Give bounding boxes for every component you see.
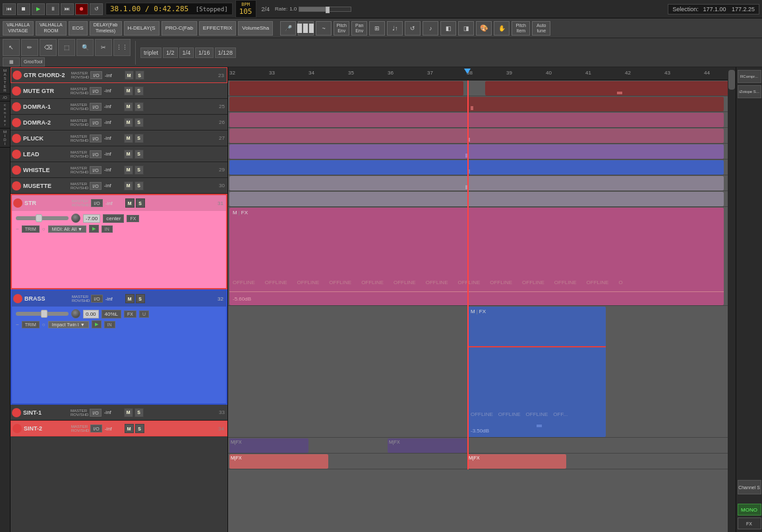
izotope-btn[interactable]: iZotope S... [738, 85, 761, 98]
clip-domra1[interactable] [229, 113, 724, 127]
cursor-tool[interactable]: ↖ [3, 39, 20, 56]
palette-icon[interactable]: 🎨 [476, 21, 492, 36]
select-tool[interactable]: ⬚ [58, 39, 75, 56]
arrange-domra1[interactable] [228, 112, 736, 128]
clip-musette[interactable] [229, 192, 724, 206]
meter-bars-icon[interactable]: ▊▊▊ [298, 21, 314, 36]
str-trim-btn[interactable]: TRIM [22, 225, 40, 233]
curve-icon[interactable]: ~ [316, 21, 332, 36]
str-fader[interactable] [16, 216, 69, 220]
track-io-musette[interactable]: I/O [90, 182, 101, 190]
forward-button[interactable]: ⏭ [61, 3, 74, 15]
groovetool-btn[interactable]: GrooTool [21, 57, 45, 67]
clip-whistle[interactable] [229, 176, 724, 191]
clip-lead[interactable] [229, 160, 724, 175]
track-io-sint2[interactable]: I/O [90, 425, 102, 432]
mute-btn-str[interactable]: M [125, 198, 134, 208]
solo-btn-lead[interactable]: S [134, 150, 144, 159]
plugin-effectrix[interactable]: EFFECTRIX [199, 21, 236, 36]
mute-btn-gtr-chord2[interactable]: M [125, 71, 134, 80]
mute-btn-domra2[interactable]: M [124, 118, 133, 127]
loop-icon[interactable]: ↺ [405, 21, 421, 36]
str-knob[interactable] [71, 214, 80, 223]
quantize-triplet[interactable]: triplet [140, 47, 161, 58]
arrange-vscrollbar[interactable] [728, 67, 736, 532]
mute-btn-brass[interactable]: M [125, 294, 134, 303]
track-io-domra2[interactable]: I/O [90, 119, 101, 127]
solo-btn-pluck[interactable]: S [134, 134, 144, 143]
solo-btn-sint2[interactable]: S [135, 424, 144, 433]
arrange-gtr-chord2[interactable] [228, 80, 736, 96]
track-io-brass[interactable]: I/O [91, 295, 102, 303]
mono-btn[interactable]: MONO [738, 504, 761, 516]
clip-pluck[interactable] [229, 144, 724, 159]
track-io-sint1[interactable]: I/O [90, 409, 101, 417]
brass-midi-btn[interactable]: Impact Twin I ▼ [48, 321, 89, 328]
mute-btn-sint1[interactable]: M [124, 408, 133, 417]
mute-btn-pluck[interactable]: M [124, 134, 133, 143]
quantize-quarter[interactable]: 1/4 [179, 47, 194, 58]
plugin-proc[interactable]: PRO-C(Fab [161, 21, 197, 36]
arrange-musette[interactable] [228, 191, 736, 207]
brass-trim-btn[interactable]: TRIM [22, 321, 40, 328]
pitch-env-icon[interactable]: PitchEnv [334, 21, 349, 36]
play-button[interactable]: ▶ [32, 3, 45, 15]
arrange-brass[interactable]: M|FX OFFLINEOFFLINEOFFLINEOFF... -3.50dB [228, 306, 736, 438]
arrange-sint2[interactable]: M|FX M|FX [228, 454, 736, 469]
track-io-str[interactable]: I/O [91, 199, 102, 207]
brass-knob[interactable] [71, 309, 80, 318]
plugin-eos[interactable]: EOS [69, 21, 88, 36]
track-io-domra1[interactable]: I/O [90, 103, 101, 111]
solo-btn-brass[interactable]: S [136, 294, 145, 303]
mute-btn-musette[interactable]: M [124, 181, 133, 191]
mute-btn-sint2[interactable]: M [125, 424, 134, 433]
arrange-view[interactable]: 32 33 34 35 36 37 38 39 40 41 42 43 44 [228, 67, 736, 532]
snap-btn[interactable]: ▦ [3, 57, 20, 67]
autotune-btn[interactable]: Autotune [532, 21, 550, 36]
arrange-lead[interactable] [228, 160, 736, 175]
mute-btn-whistle[interactable]: M [124, 165, 133, 175]
mute-btn-domra1[interactable]: M [124, 102, 133, 111]
str-fx-btn[interactable]: FX [127, 215, 139, 222]
str-in-btn[interactable]: IN [102, 225, 113, 233]
solo-btn-mute-gtr[interactable]: S [134, 86, 144, 96]
track-io-mute-gtr[interactable]: I/O [90, 87, 101, 95]
eraser-tool[interactable]: ⌫ [40, 39, 57, 56]
right-fx-btn[interactable]: FX [738, 517, 761, 529]
quantize-128th[interactable]: 1/128 [215, 47, 237, 58]
clip-sint1-b[interactable]: M|FX [388, 438, 467, 453]
mic-icon[interactable]: 🎤 [280, 21, 296, 36]
solo-btn-str[interactable]: S [136, 198, 145, 208]
plugin-valhalla-vintage[interactable]: VALHALLAVINTAGE [3, 21, 34, 36]
arrange-str[interactable]: M|FX OFFLINEOFFLINEOFFLINEOFFLINEOFFLINE… [228, 207, 736, 306]
solo-btn-sint1[interactable]: S [134, 408, 144, 417]
rate-slider[interactable] [299, 7, 351, 12]
mute-btn-mute-gtr[interactable]: M [124, 86, 133, 96]
bpm-display[interactable]: BPM 105 [235, 0, 256, 18]
brass-play-btn[interactable]: ▶ [92, 320, 102, 328]
solo-btn-musette[interactable]: S [134, 181, 144, 191]
arrange-sint1[interactable]: M|FX M|FX [228, 438, 736, 454]
clip-gtr-chord2-a[interactable] [229, 81, 463, 96]
loop-button[interactable]: ↺ [90, 3, 103, 15]
split-tool[interactable]: ✂ [95, 39, 112, 56]
brass-u-btn[interactable]: U [139, 310, 149, 318]
bar-left-icon[interactable]: ◧ [440, 21, 456, 36]
clip-domra2[interactable] [229, 129, 724, 143]
clip-mute-gtr[interactable] [229, 97, 724, 111]
plugin-valhalla-room[interactable]: VALHALLAROOM [36, 21, 67, 36]
pitch-item-btn[interactable]: PitchItem [512, 21, 530, 36]
zoom-tool[interactable]: 🔍 [76, 39, 94, 56]
quantize-half[interactable]: 1/2 [163, 47, 178, 58]
scrollbar-thumb[interactable] [728, 70, 735, 90]
pan-env-icon[interactable]: PanEnv [351, 21, 367, 36]
solo-btn-domra2[interactable]: S [134, 118, 144, 127]
plugin-volumesha[interactable]: VolumeSha [238, 21, 273, 36]
str-play-btn[interactable]: ▶ [89, 225, 99, 233]
clip-sint2-a[interactable]: M|FX [229, 454, 328, 469]
clip-sint2-b[interactable]: M|FX [467, 454, 566, 469]
solo-btn-domra1[interactable]: S [134, 102, 144, 111]
rcompress-btn[interactable]: RCompr... [738, 70, 761, 83]
bar-right-icon[interactable]: ◨ [458, 21, 474, 36]
brass-fader[interactable] [16, 312, 69, 316]
